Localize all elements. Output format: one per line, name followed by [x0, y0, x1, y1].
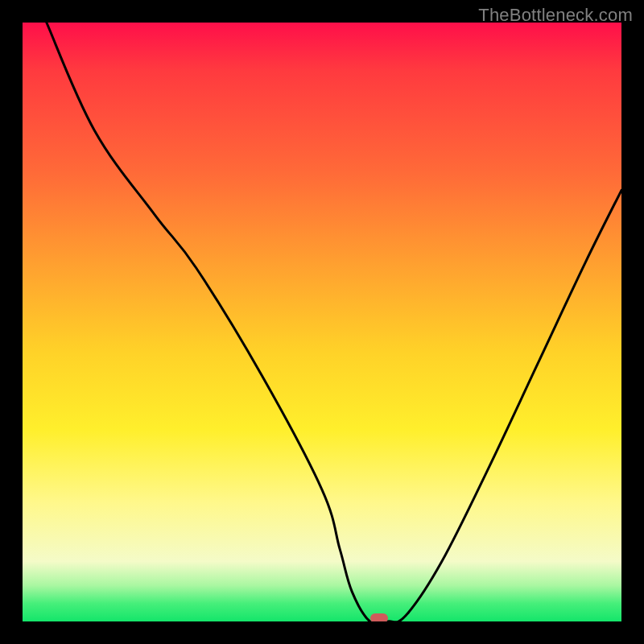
plot-area	[23, 23, 621, 621]
bottleneck-curve-path	[47, 23, 621, 621]
watermark-text: TheBottleneck.com	[478, 5, 633, 26]
chart-frame: TheBottleneck.com	[0, 0, 644, 644]
curve-svg	[23, 23, 621, 621]
optimum-marker	[370, 613, 388, 621]
